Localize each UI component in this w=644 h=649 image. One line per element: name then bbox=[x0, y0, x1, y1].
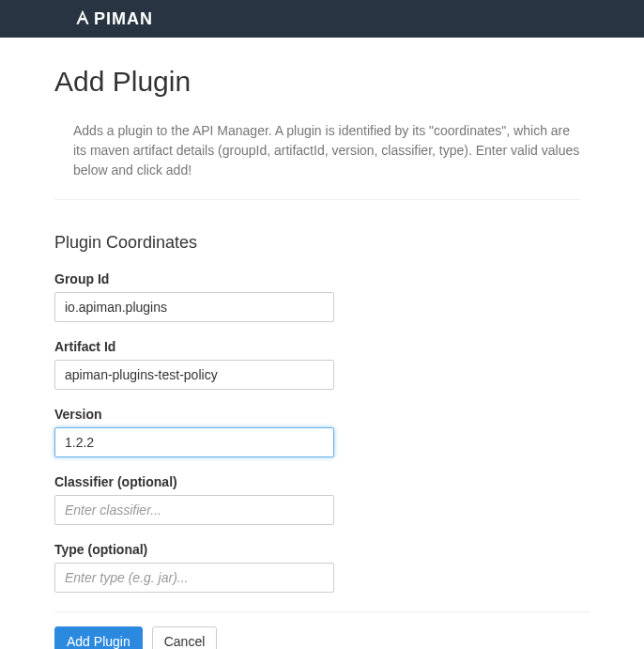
main-content: Add Plugin Adds a plugin to the API Mana… bbox=[54, 38, 590, 649]
logo[interactable]: PIMAN bbox=[73, 8, 153, 30]
logo-icon bbox=[73, 8, 92, 30]
version-field: Version bbox=[54, 407, 590, 457]
classifier-label: Classifier (optional) bbox=[54, 474, 590, 489]
artifact-id-label: Artifact Id bbox=[54, 339, 590, 354]
section-title: Plugin Coordinates bbox=[54, 233, 590, 253]
classifier-input[interactable] bbox=[54, 495, 334, 525]
group-id-field: Group Id bbox=[54, 271, 590, 322]
divider bbox=[54, 611, 590, 612]
group-id-label: Group Id bbox=[54, 271, 590, 286]
button-row: Add Plugin Cancel bbox=[54, 626, 590, 649]
navbar: PIMAN bbox=[0, 0, 644, 38]
version-input[interactable] bbox=[54, 427, 334, 457]
group-id-input[interactable] bbox=[54, 292, 334, 322]
page-description: Adds a plugin to the API Manager. A plug… bbox=[54, 121, 580, 200]
type-input[interactable] bbox=[54, 563, 334, 593]
classifier-field: Classifier (optional) bbox=[54, 474, 590, 525]
artifact-id-input[interactable] bbox=[54, 360, 334, 390]
artifact-id-field: Artifact Id bbox=[54, 339, 590, 390]
add-plugin-button[interactable]: Add Plugin bbox=[54, 626, 143, 649]
version-label: Version bbox=[54, 407, 590, 422]
cancel-button[interactable]: Cancel bbox=[152, 626, 218, 649]
type-field: Type (optional) bbox=[54, 542, 590, 593]
logo-text: PIMAN bbox=[94, 9, 153, 29]
type-label: Type (optional) bbox=[54, 542, 590, 557]
page-title: Add Plugin bbox=[54, 66, 590, 98]
